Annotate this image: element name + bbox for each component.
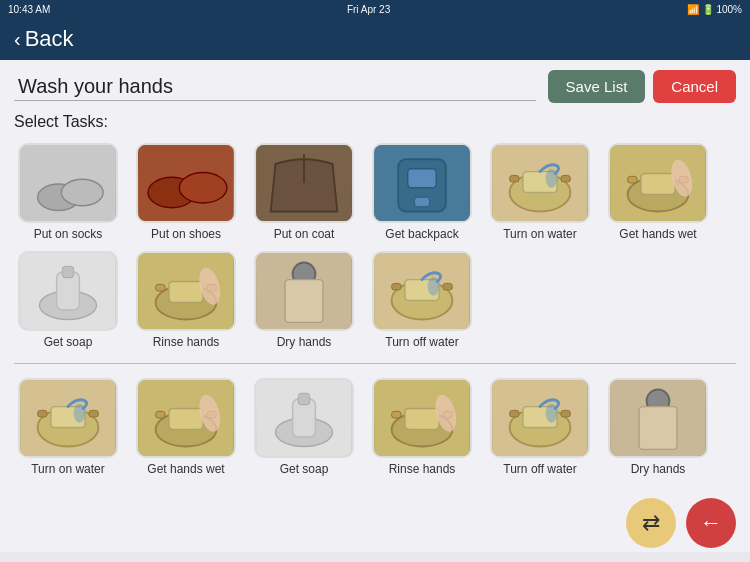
task-item-socks[interactable]: Put on socks <box>14 143 122 241</box>
svg-rect-51 <box>156 411 166 418</box>
svg-rect-60 <box>405 409 439 430</box>
task-item-dry[interactable]: Dry hands <box>250 251 358 349</box>
svg-rect-40 <box>443 283 453 290</box>
swap-button[interactable]: ⇄ <box>626 498 676 548</box>
task-label-shoes: Put on shoes <box>151 227 221 241</box>
section-divider <box>14 363 736 364</box>
svg-rect-10 <box>414 197 429 207</box>
status-date: Fri Apr 23 <box>347 4 390 15</box>
task-thumb-rinse <box>136 251 236 331</box>
task-label-coat: Put on coat <box>274 227 335 241</box>
selected-task-label-sel-turn-on: Turn on water <box>31 462 105 476</box>
svg-rect-20 <box>628 176 638 183</box>
task-item-rinse[interactable]: Rinse hands <box>132 251 240 349</box>
svg-point-5 <box>179 173 227 203</box>
task-item-backpack[interactable]: Get backpack <box>368 143 476 241</box>
svg-rect-14 <box>510 175 519 182</box>
svg-rect-19 <box>641 174 675 195</box>
task-thumb-turn-on <box>490 143 590 223</box>
fab-back-button[interactable]: ← <box>686 498 736 548</box>
svg-point-16 <box>546 169 557 188</box>
chevron-left-icon: ‹ <box>14 28 21 51</box>
task-label-soap: Get soap <box>44 335 93 349</box>
main-content: Save List Cancel Select Tasks: Put on so… <box>0 60 750 552</box>
task-thumb-turn-off <box>372 251 472 331</box>
available-tasks-grid: Put on socks Put on shoes Put on coat Ge… <box>14 139 736 353</box>
svg-rect-9 <box>408 169 437 188</box>
status-right: 📶 🔋 100% <box>687 4 742 15</box>
task-item-hands-wet[interactable]: Get hands wet <box>604 143 712 241</box>
swap-icon: ⇄ <box>642 510 660 536</box>
task-item-turn-on[interactable]: Turn on water <box>486 143 594 241</box>
task-thumb-backpack <box>372 143 472 223</box>
task-label-hands-wet: Get hands wet <box>619 227 696 241</box>
selected-task-label-sel-dry: Dry hands <box>631 462 686 476</box>
task-item-soap[interactable]: Get soap <box>14 251 122 349</box>
wifi-icon: 📶 <box>687 4 699 15</box>
svg-rect-15 <box>561 175 571 182</box>
selected-task-item-sel-turn-off[interactable]: Turn off water <box>486 378 594 476</box>
selected-tasks-section: Turn on water Get hands wet Get soap <box>14 374 736 480</box>
svg-rect-46 <box>89 410 99 417</box>
selected-task-item-sel-rinse[interactable]: Rinse hands <box>368 378 476 476</box>
header-buttons: Save List Cancel <box>548 70 736 103</box>
task-item-shoes[interactable]: Put on shoes <box>132 143 240 241</box>
nav-bar: ‹ Back <box>0 18 750 60</box>
selected-task-label-sel-turn-off: Turn off water <box>503 462 576 476</box>
back-label: Back <box>25 26 74 52</box>
task-item-turn-off[interactable]: Turn off water <box>368 251 476 349</box>
task-thumb-hands-wet <box>608 143 708 223</box>
task-title-input[interactable] <box>14 73 536 101</box>
task-label-backpack: Get backpack <box>385 227 458 241</box>
back-button[interactable]: ‹ Back <box>14 26 74 52</box>
task-thumb-soap <box>18 251 118 331</box>
svg-rect-68 <box>561 410 571 417</box>
selected-task-thumb-sel-rinse <box>372 378 472 458</box>
task-thumb-shoes <box>136 143 236 223</box>
status-bar: 10:43 AM Fri Apr 23 📶 🔋 100% <box>0 0 750 18</box>
task-label-socks: Put on socks <box>34 227 103 241</box>
task-item-coat[interactable]: Put on coat <box>250 143 358 241</box>
svg-rect-50 <box>169 409 203 430</box>
selected-task-thumb-sel-dry <box>608 378 708 458</box>
svg-rect-45 <box>38 410 48 417</box>
selected-task-item-sel-turn-on[interactable]: Turn on water <box>14 378 122 476</box>
selected-task-thumb-sel-turn-on <box>18 378 118 458</box>
svg-point-47 <box>74 404 85 423</box>
selected-task-label-sel-soap: Get soap <box>280 462 329 476</box>
svg-point-2 <box>61 179 103 206</box>
save-list-button[interactable]: Save List <box>548 70 646 103</box>
svg-point-41 <box>428 277 439 296</box>
status-time: 10:43 AM <box>8 4 50 15</box>
selected-task-thumb-sel-hands-wet <box>136 378 236 458</box>
selected-task-item-sel-dry[interactable]: Dry hands <box>604 378 712 476</box>
svg-rect-29 <box>169 282 203 303</box>
task-label-turn-off: Turn off water <box>385 335 458 349</box>
task-thumb-socks <box>18 143 118 223</box>
svg-rect-35 <box>285 280 323 323</box>
svg-rect-26 <box>62 266 73 277</box>
svg-rect-39 <box>392 283 402 290</box>
task-label-dry: Dry hands <box>277 335 332 349</box>
task-thumb-dry <box>254 251 354 331</box>
arrow-left-icon: ← <box>700 510 722 536</box>
svg-rect-57 <box>298 393 309 404</box>
selected-task-item-sel-soap[interactable]: Get soap <box>250 378 358 476</box>
selected-tasks-grid: Turn on water Get hands wet Get soap <box>14 374 736 480</box>
battery-icon: 🔋 100% <box>702 4 742 15</box>
header-row: Save List Cancel <box>14 70 736 103</box>
selected-task-thumb-sel-soap <box>254 378 354 458</box>
svg-point-69 <box>546 404 557 423</box>
available-tasks-section: Put on socks Put on shoes Put on coat Ge… <box>14 139 736 353</box>
cancel-button[interactable]: Cancel <box>653 70 736 103</box>
select-tasks-label: Select Tasks: <box>14 113 736 131</box>
bottom-actions: ⇄ ← <box>626 498 736 548</box>
selected-task-label-sel-hands-wet: Get hands wet <box>147 462 224 476</box>
svg-rect-67 <box>510 410 519 417</box>
task-label-rinse: Rinse hands <box>153 335 220 349</box>
selected-task-item-sel-hands-wet[interactable]: Get hands wet <box>132 378 240 476</box>
task-label-turn-on: Turn on water <box>503 227 577 241</box>
task-thumb-coat <box>254 143 354 223</box>
selected-task-thumb-sel-turn-off <box>490 378 590 458</box>
svg-rect-61 <box>392 411 402 418</box>
